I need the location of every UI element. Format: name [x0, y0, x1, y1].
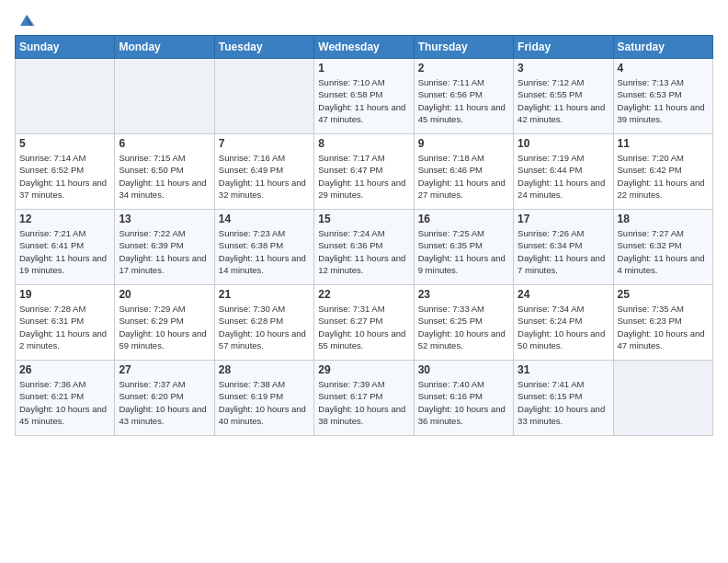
day-number: 15	[318, 213, 409, 225]
day-number: 4	[618, 62, 709, 75]
calendar-cell: 30Sunrise: 7:40 AM Sunset: 6:16 PM Dayli…	[414, 361, 513, 436]
day-info: Sunrise: 7:34 AM Sunset: 6:24 PM Dayligh…	[518, 303, 609, 351]
calendar-week-row: 19Sunrise: 7:28 AM Sunset: 6:31 PM Dayli…	[16, 285, 713, 361]
day-info: Sunrise: 7:15 AM Sunset: 6:50 PM Dayligh…	[119, 152, 210, 201]
day-number: 12	[19, 213, 110, 225]
day-info: Sunrise: 7:33 AM Sunset: 6:25 PM Dayligh…	[418, 303, 509, 351]
day-info: Sunrise: 7:10 AM Sunset: 6:58 PM Dayligh…	[318, 76, 409, 125]
page: SundayMondayTuesdayWednesdayThursdayFrid…	[0, 0, 728, 563]
calendar-cell	[115, 59, 214, 134]
day-info: Sunrise: 7:22 AM Sunset: 6:39 PM Dayligh…	[119, 227, 210, 276]
day-info: Sunrise: 7:16 AM Sunset: 6:49 PM Dayligh…	[219, 152, 310, 201]
day-info: Sunrise: 7:23 AM Sunset: 6:38 PM Dayligh…	[219, 227, 310, 276]
day-info: Sunrise: 7:35 AM Sunset: 6:23 PM Dayligh…	[618, 303, 709, 351]
day-number: 27	[119, 363, 210, 376]
calendar-cell: 17Sunrise: 7:26 AM Sunset: 6:34 PM Dayli…	[514, 210, 613, 285]
weekday-header-monday: Monday	[115, 36, 214, 59]
calendar-table: SundayMondayTuesdayWednesdayThursdayFrid…	[15, 35, 713, 436]
calendar-cell: 31Sunrise: 7:41 AM Sunset: 6:15 PM Dayli…	[514, 361, 613, 436]
calendar-cell: 4Sunrise: 7:13 AM Sunset: 6:53 PM Daylig…	[613, 59, 712, 134]
calendar-cell	[214, 59, 313, 134]
day-number: 20	[119, 288, 210, 301]
day-number: 28	[219, 363, 310, 376]
day-number: 31	[518, 363, 609, 376]
calendar-week-row: 12Sunrise: 7:21 AM Sunset: 6:41 PM Dayli…	[16, 210, 713, 285]
day-info: Sunrise: 7:24 AM Sunset: 6:36 PM Dayligh…	[318, 227, 409, 276]
day-info: Sunrise: 7:19 AM Sunset: 6:44 PM Dayligh…	[518, 152, 609, 201]
logo	[15, 9, 37, 29]
calendar-cell: 19Sunrise: 7:28 AM Sunset: 6:31 PM Dayli…	[16, 285, 115, 361]
day-info: Sunrise: 7:28 AM Sunset: 6:31 PM Dayligh…	[19, 303, 110, 351]
header	[15, 9, 713, 29]
day-info: Sunrise: 7:18 AM Sunset: 6:46 PM Dayligh…	[418, 152, 509, 201]
calendar-cell: 23Sunrise: 7:33 AM Sunset: 6:25 PM Dayli…	[414, 285, 513, 361]
day-number: 26	[19, 363, 110, 376]
day-info: Sunrise: 7:20 AM Sunset: 6:42 PM Dayligh…	[618, 152, 709, 201]
day-info: Sunrise: 7:12 AM Sunset: 6:55 PM Dayligh…	[518, 76, 609, 125]
day-number: 18	[618, 213, 709, 225]
day-number: 16	[418, 213, 509, 225]
day-number: 1	[318, 62, 409, 75]
day-number: 19	[19, 288, 110, 301]
calendar-cell: 28Sunrise: 7:38 AM Sunset: 6:19 PM Dayli…	[214, 361, 313, 436]
day-number: 2	[418, 62, 509, 75]
calendar-cell	[613, 361, 712, 436]
weekday-header-saturday: Saturday	[613, 36, 712, 59]
day-info: Sunrise: 7:38 AM Sunset: 6:19 PM Dayligh…	[219, 378, 310, 427]
calendar-week-row: 26Sunrise: 7:36 AM Sunset: 6:21 PM Dayli…	[16, 361, 713, 436]
calendar-cell: 7Sunrise: 7:16 AM Sunset: 6:49 PM Daylig…	[214, 134, 313, 210]
calendar-cell: 12Sunrise: 7:21 AM Sunset: 6:41 PM Dayli…	[16, 210, 115, 285]
day-info: Sunrise: 7:36 AM Sunset: 6:21 PM Dayligh…	[19, 378, 110, 427]
calendar-cell: 8Sunrise: 7:17 AM Sunset: 6:47 PM Daylig…	[314, 134, 414, 210]
day-number: 3	[518, 62, 609, 75]
day-info: Sunrise: 7:13 AM Sunset: 6:53 PM Dayligh…	[618, 76, 709, 125]
day-number: 22	[318, 288, 409, 301]
day-number: 21	[219, 288, 310, 301]
day-number: 23	[418, 288, 509, 301]
day-number: 6	[119, 137, 210, 150]
weekday-header-friday: Friday	[514, 36, 613, 59]
weekday-header-row: SundayMondayTuesdayWednesdayThursdayFrid…	[16, 36, 713, 59]
day-info: Sunrise: 7:41 AM Sunset: 6:15 PM Dayligh…	[518, 378, 609, 427]
calendar-cell: 14Sunrise: 7:23 AM Sunset: 6:38 PM Dayli…	[214, 210, 313, 285]
calendar-cell: 3Sunrise: 7:12 AM Sunset: 6:55 PM Daylig…	[514, 59, 613, 134]
calendar-cell: 18Sunrise: 7:27 AM Sunset: 6:32 PM Dayli…	[613, 210, 712, 285]
calendar-cell: 29Sunrise: 7:39 AM Sunset: 6:17 PM Dayli…	[314, 361, 414, 436]
calendar-cell: 11Sunrise: 7:20 AM Sunset: 6:42 PM Dayli…	[613, 134, 712, 210]
calendar-cell: 22Sunrise: 7:31 AM Sunset: 6:27 PM Dayli…	[314, 285, 414, 361]
day-info: Sunrise: 7:17 AM Sunset: 6:47 PM Dayligh…	[318, 152, 409, 201]
calendar-cell: 21Sunrise: 7:30 AM Sunset: 6:28 PM Dayli…	[214, 285, 313, 361]
calendar-cell: 20Sunrise: 7:29 AM Sunset: 6:29 PM Dayli…	[115, 285, 214, 361]
calendar-cell: 24Sunrise: 7:34 AM Sunset: 6:24 PM Dayli…	[514, 285, 613, 361]
day-number: 30	[418, 363, 509, 376]
calendar-cell: 25Sunrise: 7:35 AM Sunset: 6:23 PM Dayli…	[613, 285, 712, 361]
day-info: Sunrise: 7:21 AM Sunset: 6:41 PM Dayligh…	[19, 227, 110, 276]
calendar-cell: 6Sunrise: 7:15 AM Sunset: 6:50 PM Daylig…	[115, 134, 214, 210]
calendar-cell: 1Sunrise: 7:10 AM Sunset: 6:58 PM Daylig…	[314, 59, 414, 134]
day-info: Sunrise: 7:14 AM Sunset: 6:52 PM Dayligh…	[19, 152, 110, 201]
day-number: 8	[318, 137, 409, 150]
day-number: 9	[418, 137, 509, 150]
weekday-header-tuesday: Tuesday	[214, 36, 313, 59]
day-number: 29	[318, 363, 409, 376]
day-info: Sunrise: 7:30 AM Sunset: 6:28 PM Dayligh…	[219, 303, 310, 351]
calendar-cell: 27Sunrise: 7:37 AM Sunset: 6:20 PM Dayli…	[115, 361, 214, 436]
calendar-cell: 15Sunrise: 7:24 AM Sunset: 6:36 PM Dayli…	[314, 210, 414, 285]
day-info: Sunrise: 7:31 AM Sunset: 6:27 PM Dayligh…	[318, 303, 409, 351]
weekday-header-thursday: Thursday	[414, 36, 513, 59]
weekday-header-wednesday: Wednesday	[314, 36, 414, 59]
calendar-cell: 16Sunrise: 7:25 AM Sunset: 6:35 PM Dayli…	[414, 210, 513, 285]
day-number: 5	[19, 137, 110, 150]
day-number: 10	[518, 137, 609, 150]
logo-icon	[17, 9, 37, 29]
day-info: Sunrise: 7:37 AM Sunset: 6:20 PM Dayligh…	[119, 378, 210, 427]
day-number: 14	[219, 213, 310, 225]
calendar-cell: 10Sunrise: 7:19 AM Sunset: 6:44 PM Dayli…	[514, 134, 613, 210]
day-number: 24	[518, 288, 609, 301]
day-number: 11	[618, 137, 709, 150]
day-info: Sunrise: 7:11 AM Sunset: 6:56 PM Dayligh…	[418, 76, 509, 125]
calendar-cell: 13Sunrise: 7:22 AM Sunset: 6:39 PM Dayli…	[115, 210, 214, 285]
day-info: Sunrise: 7:29 AM Sunset: 6:29 PM Dayligh…	[119, 303, 210, 351]
day-number: 13	[119, 213, 210, 225]
day-info: Sunrise: 7:26 AM Sunset: 6:34 PM Dayligh…	[518, 227, 609, 276]
